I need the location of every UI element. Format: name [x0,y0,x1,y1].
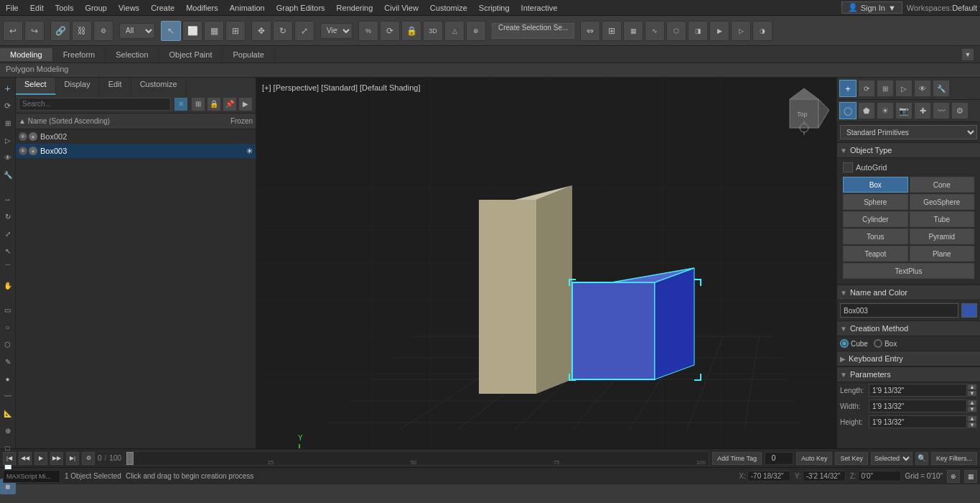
width-input[interactable] [869,400,967,412]
search-icon[interactable]: 🔍 [915,452,928,465]
navigation-cube[interactable]: Top [779,85,829,135]
tab-populate[interactable]: Populate [223,48,274,61]
rotate-left-icon[interactable]: ↻ [0,208,16,224]
length-input[interactable] [869,384,967,397]
display-icon[interactable]: 👁 [0,149,16,165]
magnet-icon[interactable]: ⊕ [0,423,16,438]
motion-panel-icon[interactable]: ▷ [895,80,913,97]
obj-type-pyramid[interactable]: Pyramid [910,229,975,244]
obj-type-box[interactable]: Box [843,177,908,193]
scene-filter-btn[interactable]: ✕ [174,97,188,111]
rotate-button[interactable]: ↻ [273,21,293,41]
menu-views[interactable]: Views [113,2,145,14]
edge-snap-button[interactable]: △ [444,21,465,41]
auto-key-btn[interactable]: Auto Key [796,452,833,465]
time-cfg-btn[interactable]: ⚙ [82,452,95,465]
snap-icon[interactable]: ⊕ [947,470,960,483]
scale-left-icon[interactable]: ⤢ [0,226,16,241]
render-icon-box002[interactable]: ● [29,132,37,141]
object-type-header[interactable]: ▼ Object Type [837,142,980,158]
menu-civil-view[interactable]: Civil View [378,2,424,14]
select-window-button[interactable]: ▦ [204,21,224,41]
key-filters-btn[interactable]: Key Filters... [931,452,977,465]
visibility-icon-box003[interactable]: 👁 [19,147,27,155]
select-crossing-button[interactable]: ⊞ [225,21,246,41]
angle-snap-button[interactable]: ⟳ [380,21,400,41]
curve-editor-button[interactable]: ∿ [645,21,665,41]
schematic-button[interactable]: ⬡ [666,21,686,41]
add-time-tag-btn[interactable]: Add Time Tag [712,452,762,465]
scene-item-box002[interactable]: 👁 ● Box002 [16,129,256,144]
obj-type-textplus[interactable]: TextPlus [843,263,974,279]
select-button[interactable]: ↖ [161,21,181,41]
creation-method-header[interactable]: ▼ Creation Method [837,320,980,336]
material-editor-button[interactable]: ◨ [688,21,708,41]
mirror-button[interactable]: ⇔ [580,21,600,41]
tab-object-paint[interactable]: Object Paint [159,48,223,61]
move-button[interactable]: ✥ [251,21,271,41]
menu-tools[interactable]: Tools [50,2,80,14]
next-key-btn[interactable]: ▶▶ [50,452,63,465]
menu-modifiers[interactable]: Modifiers [180,2,224,14]
utilities-icon[interactable]: 🔧 [0,167,16,183]
motion-icon[interactable]: ▷ [0,132,16,148]
helpers-icon[interactable]: ✚ [914,102,931,119]
create-panel-icon[interactable]: + [839,80,857,97]
obj-type-tube[interactable]: Tube [910,211,975,227]
box-radio[interactable]: Box [874,339,897,348]
color-swatch[interactable] [961,303,977,318]
undo-button[interactable]: ↩ [3,21,23,41]
systems-icon[interactable]: ⚙ [951,102,969,119]
pan-left-icon[interactable]: ✋ [0,277,16,293]
spline-icon[interactable]: 〰 [0,388,16,404]
obj-type-geosphere[interactable]: GeoSphere [910,194,975,210]
menu-edit[interactable]: Edit [24,2,50,14]
cameras-icon[interactable]: 📷 [895,102,913,119]
fence-icon[interactable]: ⬡ [0,336,16,352]
menu-create[interactable]: Create [145,2,180,14]
scene-pin-btn[interactable]: 📌 [223,97,237,111]
create-selection-button[interactable]: Create Selection Se... [492,23,574,39]
spacewarps-icon[interactable]: 〰 [933,102,950,119]
height-down[interactable]: ▼ [967,422,977,428]
menu-scripting[interactable]: Scripting [473,2,515,14]
3d-snap-button[interactable]: 3D [423,21,443,41]
scene-more-btn[interactable]: ▶ [238,97,253,111]
length-down[interactable]: ▼ [967,390,977,397]
scene-tab-display[interactable]: Display [56,78,100,95]
hierarchy-panel-icon[interactable]: ⊞ [877,80,894,97]
height-up[interactable]: ▲ [967,415,977,422]
rectangle-icon[interactable]: ▭ [0,302,16,318]
scene-search-input[interactable] [19,98,171,111]
parameters-header[interactable]: ▼ Parameters [837,366,980,382]
scale-button[interactable]: ⤢ [294,21,314,41]
render-button[interactable]: ▷ [731,21,751,41]
link-button[interactable]: 🔗 [50,21,70,41]
filter-dropdown[interactable]: All [119,23,155,39]
obj-type-torus[interactable]: Torus [843,229,908,244]
unlink-button[interactable]: ⛓ [72,21,92,41]
menu-graph-editors[interactable]: Graph Editors [271,2,331,14]
menu-group[interactable]: Group [79,2,113,14]
layer-button[interactable]: ▦ [623,21,643,41]
obj-type-plane[interactable]: Plane [910,246,975,262]
modify-panel-icon[interactable]: ⟳ [858,80,875,97]
align-button[interactable]: ⊞ [602,21,622,41]
set-key-btn[interactable]: Set Key [835,452,868,465]
scene-tab-select[interactable]: Select [16,78,56,95]
play-btn[interactable]: ▶ [34,452,47,465]
lights-icon[interactable]: ☀ [877,102,894,119]
maxscript-mini[interactable]: MAXScript Mi... [3,470,60,483]
filter-icon[interactable]: ▦ [964,470,977,483]
paint-icon[interactable]: ● [0,371,16,387]
active-shade-button[interactable]: ◑ [752,21,773,41]
circle-icon[interactable]: ○ [0,319,16,335]
render-icon-box003[interactable]: ● [29,147,37,155]
menu-file[interactable]: File [0,2,24,14]
width-up[interactable]: ▲ [967,400,977,406]
percent-snap-button[interactable]: % [358,21,378,41]
frame-number-input[interactable] [765,452,793,465]
object-name-input[interactable] [840,303,958,318]
menu-rendering[interactable]: Rendering [331,2,379,14]
hierarchy-icon[interactable]: ⊞ [0,115,16,131]
